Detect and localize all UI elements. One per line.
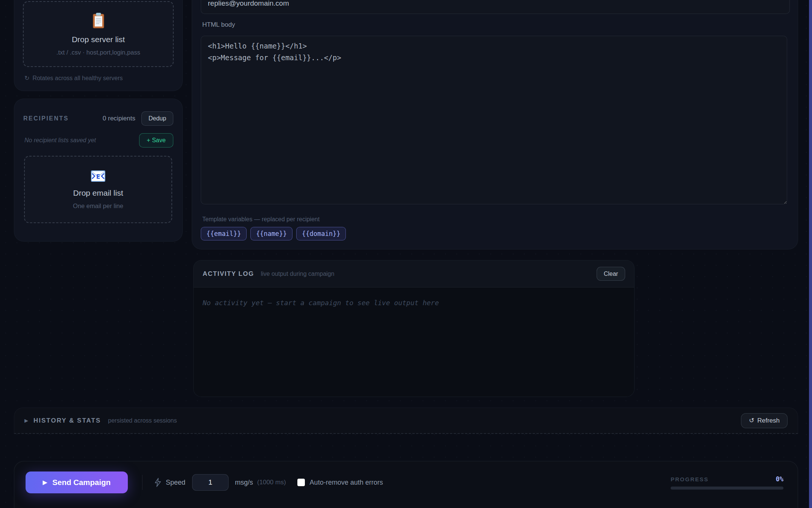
activity-log-subtitle: live output during campaign — [261, 271, 335, 277]
progress-group: PROGRESS 0% — [671, 475, 783, 490]
rotate-icon: ↻ — [24, 75, 29, 82]
server-rotation-note-text: Rotates across all healthy servers — [32, 75, 123, 82]
send-campaign-button[interactable]: ▶ Send Campaign — [26, 471, 128, 493]
refresh-button[interactable]: ↺ Refresh — [741, 413, 788, 428]
recipient-lists-row: No recipient lists saved yet + Save — [23, 133, 173, 148]
html-body-label: HTML body — [202, 21, 235, 29]
email-drop-title: Drop email list — [73, 189, 123, 198]
scrollbar[interactable] — [809, 0, 812, 508]
server-dropzone[interactable]: Drop server list .txt / .csv · host,port… — [23, 1, 174, 67]
chip-domain[interactable]: {{domain}} — [296, 227, 346, 240]
dedup-button[interactable]: Dedup — [141, 111, 173, 126]
email-drop-hint: One email per line — [73, 202, 123, 210]
server-drop-hint: .txt / .csv · host,port,login,pass — [56, 49, 140, 56]
progress-value: 0% — [776, 475, 783, 483]
speed-input[interactable] — [192, 474, 229, 491]
save-list-button[interactable]: + Save — [139, 133, 173, 148]
composer-panel: HTML body <h1>Hello {{name}}</h1> <p>Mes… — [192, 0, 798, 249]
activity-log-header: ACTIVITY LOG live output during campaign… — [194, 260, 634, 287]
speed-interval-label: (1000 ms) — [257, 479, 286, 486]
reply-to-input[interactable] — [201, 0, 790, 14]
send-dock-row: ▶ Send Campaign Speed msg/s (1000 ms) Au… — [26, 471, 783, 493]
send-campaign-label: Send Campaign — [52, 478, 111, 487]
chip-name[interactable]: {{name}} — [250, 227, 292, 240]
activity-log-empty-text: No activity yet — start a campaign to se… — [203, 299, 439, 307]
recipients-header: RECIPIENTS 0 recipients Dedup — [23, 111, 173, 126]
svg-text:E: E — [96, 173, 100, 180]
send-dock: ▶ Send Campaign Speed msg/s (1000 ms) Au… — [14, 461, 798, 508]
speed-unit-label: msg/s — [235, 479, 253, 487]
refresh-icon: ↺ — [749, 417, 754, 424]
email-icon: E — [90, 170, 106, 183]
servers-panel: Drop server list .txt / .csv · host,port… — [14, 0, 183, 91]
clipboard-icon — [91, 12, 106, 29]
recipients-panel: RECIPIENTS 0 recipients Dedup No recipie… — [14, 99, 183, 242]
progress-header: PROGRESS 0% — [671, 475, 783, 483]
app-root: Drop server list .txt / .csv · host,port… — [0, 0, 812, 508]
chevron-right-icon[interactable]: ▶ — [24, 418, 28, 423]
auto-remove-label: Auto-remove auth errors — [310, 479, 383, 487]
progress-label: PROGRESS — [671, 476, 709, 482]
activity-log-panel: ACTIVITY LOG live output during campaign… — [193, 260, 635, 397]
activity-log-title: ACTIVITY LOG — [203, 270, 254, 278]
history-stats-bar[interactable]: ▶ HISTORY & STATS persisted across sessi… — [14, 408, 798, 434]
email-dropzone[interactable]: E Drop email list One email per line — [24, 156, 172, 223]
divider — [142, 475, 142, 490]
recipients-title: RECIPIENTS — [23, 115, 69, 122]
history-stats-title: HISTORY & STATS — [33, 417, 101, 424]
activity-log-output[interactable]: No activity yet — start a campaign to se… — [194, 287, 634, 397]
recipient-lists-empty-text: No recipient lists saved yet — [24, 137, 96, 144]
auto-remove-checkbox[interactable] — [297, 479, 305, 486]
template-vars-label: Template variables — replaced per recipi… — [202, 216, 320, 223]
server-drop-title: Drop server list — [72, 35, 125, 44]
recipients-count: 0 recipients — [103, 115, 135, 122]
progress-bar-track — [671, 487, 783, 490]
speed-label: Speed — [166, 479, 185, 487]
chip-email[interactable]: {{email}} — [201, 227, 247, 240]
refresh-button-label: Refresh — [757, 417, 780, 424]
template-vars-chips: {{email}} {{name}} {{domain}} — [201, 227, 346, 240]
play-icon: ▶ — [43, 479, 47, 486]
clear-log-button[interactable]: Clear — [597, 267, 625, 281]
history-stats-subtitle: persisted across sessions — [108, 417, 177, 424]
lightning-icon — [154, 478, 162, 487]
server-rotation-note: ↻ Rotates across all healthy servers — [24, 75, 123, 82]
html-body-textarea[interactable]: <h1>Hello {{name}}</h1> <p>Message for {… — [201, 36, 787, 204]
